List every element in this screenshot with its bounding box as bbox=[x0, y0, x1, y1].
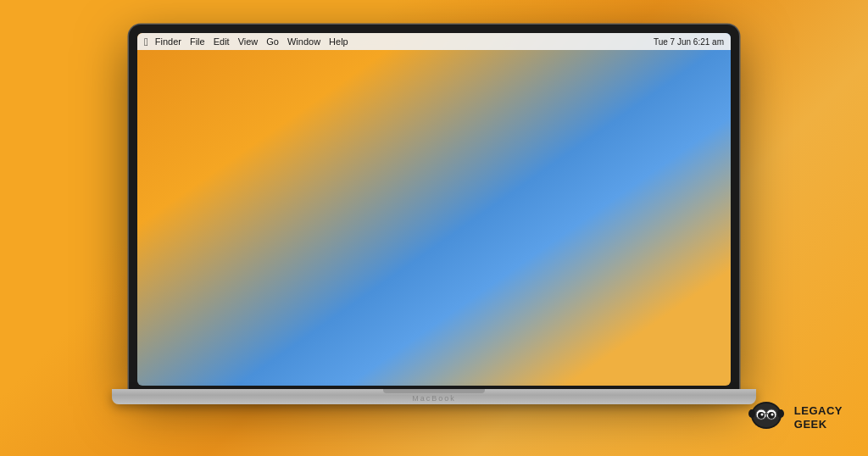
legacy-geek-branding: LEGACY GEEK bbox=[745, 397, 843, 439]
menu-window[interactable]: Window bbox=[287, 36, 320, 47]
svg-point-17 bbox=[748, 409, 755, 418]
menu-time: Tue 7 Jun 6:21 am bbox=[654, 37, 724, 47]
svg-rect-25 bbox=[765, 413, 768, 414]
menu-finder[interactable]: Finder bbox=[155, 36, 181, 47]
menu-view[interactable]: View bbox=[238, 36, 259, 47]
macbook-wrapper:  Finder File Edit View Go Window Help T… bbox=[103, 25, 765, 431]
geek-logo-icon bbox=[745, 397, 787, 439]
menu-edit[interactable]: Edit bbox=[214, 36, 230, 47]
menubar:  Finder File Edit View Go Window Help T… bbox=[137, 33, 731, 50]
macbook-label: MacBook bbox=[412, 394, 456, 403]
macbook-screen:  Finder File Edit View Go Window Help T… bbox=[129, 25, 739, 389]
menu-file[interactable]: File bbox=[190, 36, 205, 47]
desktop:  Finder File Edit View Go Window Help T… bbox=[137, 33, 731, 386]
macbook-base: MacBook bbox=[112, 389, 756, 404]
geek-text: LEGACY GEEK bbox=[794, 404, 843, 431]
menubar-right: Tue 7 Jun 6:21 am bbox=[654, 37, 724, 47]
svg-point-24 bbox=[771, 414, 773, 416]
geek-line2: GEEK bbox=[794, 418, 843, 431]
apple-menu[interactable]:  bbox=[144, 36, 148, 48]
svg-point-18 bbox=[777, 409, 784, 418]
menu-go[interactable]: Go bbox=[266, 36, 279, 47]
menubar-items: Finder File Edit View Go Window Help bbox=[155, 36, 348, 47]
macbook-hinge bbox=[383, 389, 485, 393]
menu-help[interactable]: Help bbox=[329, 36, 348, 47]
geek-line1: LEGACY bbox=[794, 404, 843, 418]
svg-point-23 bbox=[760, 414, 763, 416]
